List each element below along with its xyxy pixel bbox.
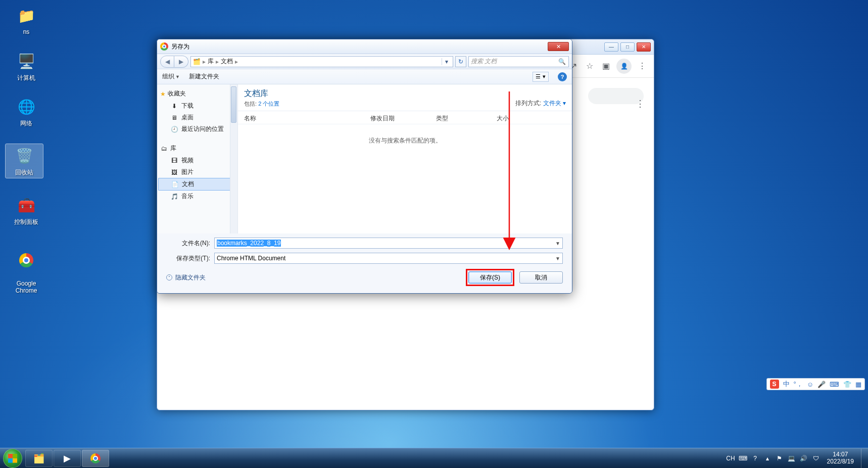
locations-link[interactable]: 2 个位置 <box>258 101 279 107</box>
tray-volume-icon[interactable]: 🔊 <box>800 454 808 462</box>
refresh-button[interactable]: ↻ <box>455 56 466 67</box>
profile-avatar-icon[interactable]: 👤 <box>616 59 632 74</box>
desktop-icon-label: 回收站 <box>6 168 43 177</box>
start-button[interactable] <box>3 449 22 468</box>
desktop-icon-label: Google Chrome <box>8 280 45 294</box>
help-button[interactable]: ? <box>558 72 567 81</box>
tray-network-icon[interactable]: 💻 <box>788 454 796 462</box>
breadcrumb-root[interactable]: 库 <box>208 57 214 66</box>
empty-message: 没有与搜索条件匹配的项。 <box>238 124 572 157</box>
desktop-icon-recycle-bin[interactable]: 🗑️ 回收站 <box>6 144 43 178</box>
filename-input[interactable]: bookmarks_2022_8_19 ▼ <box>214 238 563 249</box>
chrome-icon <box>16 250 37 271</box>
filetype-label: 保存类型(T): <box>166 254 214 263</box>
sidebar-item-music[interactable]: 🎵音乐 <box>157 191 237 202</box>
ime-mic-icon[interactable]: 🎤 <box>817 381 826 388</box>
dialog-close-button[interactable]: ✕ <box>548 42 569 51</box>
organize-menu[interactable]: 组织▼ <box>162 72 180 81</box>
reader-icon[interactable]: ▣ <box>600 61 611 72</box>
desktop-icon-control-panel[interactable]: 🧰 控制面板 <box>8 195 45 226</box>
taskbar-media-player[interactable]: ▶ <box>54 450 81 467</box>
sidebar-scrollbar[interactable] <box>230 84 237 233</box>
breadcrumb[interactable]: 🗂️ ▸ 库 ▸ 文档 ▸ ▾ <box>190 56 453 67</box>
filetype-value: Chrome HTML Document <box>217 255 285 262</box>
tray-clock[interactable]: 14:07 2022/8/19 <box>824 451 857 464</box>
desktop-icon-chrome[interactable]: Google Chrome <box>8 243 45 301</box>
control-panel-icon: 🧰 <box>16 195 37 216</box>
file-list-pane: 文档库 包括: 2 个位置 排列方式: 文件夹 ▾ 名称 修改日期 类型 大小 … <box>238 84 572 233</box>
column-name[interactable]: 名称 <box>244 114 370 123</box>
desktop-icon-computer[interactable]: 🖥️ 计算机 <box>8 51 45 82</box>
ime-skin-icon[interactable]: 👕 <box>843 381 851 388</box>
save-button[interactable]: 保存(S) <box>468 271 512 284</box>
close-button[interactable]: ✕ <box>637 42 651 52</box>
sidebar-item-recent[interactable]: 🕘最近访问的位置 <box>157 123 237 135</box>
tray-shield-icon[interactable]: 🛡 <box>812 454 820 462</box>
ime-toolbar[interactable]: S 中 °， ☺ 🎤 ⌨ 👕 ▦ <box>766 378 865 390</box>
star-icon: ★ <box>160 90 166 98</box>
video-icon: 🎞 <box>170 157 178 164</box>
column-headers[interactable]: 名称 修改日期 类型 大小 <box>238 111 572 124</box>
tray-ime-icon[interactable]: ⌨ <box>739 454 747 462</box>
search-placeholder: 搜索 文档 <box>471 57 497 66</box>
forward-button[interactable]: ▶ <box>174 56 188 68</box>
breadcrumb-dropdown[interactable]: ▾ <box>442 58 451 65</box>
page-menu-icon[interactable]: ⋮ <box>636 98 645 109</box>
tray-flag-icon[interactable]: ⚑ <box>776 454 784 462</box>
arrange-by[interactable]: 排列方式: 文件夹 ▾ <box>515 99 566 108</box>
filename-dropdown-icon[interactable]: ▼ <box>555 241 560 246</box>
sidebar-favorites-header[interactable]: ★收藏夹 <box>157 87 237 100</box>
sidebar-item-documents[interactable]: 📄文档 <box>158 178 236 191</box>
filetype-select[interactable]: Chrome HTML Document ▼ <box>214 253 563 264</box>
taskbar-chrome[interactable] <box>82 450 109 467</box>
annotation-highlight: 保存(S) <box>466 269 514 286</box>
maximize-button[interactable]: □ <box>620 42 635 52</box>
chevron-up-icon: ˄ <box>166 274 172 280</box>
cancel-button[interactable]: 取消 <box>519 271 563 284</box>
sidebar-item-pictures[interactable]: 🖼图片 <box>157 166 237 178</box>
bookmark-star-icon[interactable]: ☆ <box>584 61 595 72</box>
sidebar-item-videos[interactable]: 🎞视频 <box>157 155 237 166</box>
menu-kebab-icon[interactable]: ⋮ <box>637 61 648 72</box>
taskbar-explorer[interactable]: 🗂️ <box>25 450 53 467</box>
column-type[interactable]: 类型 <box>436 114 497 123</box>
breadcrumb-folder[interactable]: 文档 <box>221 57 233 66</box>
column-date[interactable]: 修改日期 <box>370 114 436 123</box>
hide-folders-toggle[interactable]: ˄ 隐藏文件夹 <box>166 273 206 282</box>
music-icon: 🎵 <box>170 193 178 200</box>
filename-label: 文件名(N): <box>166 239 214 248</box>
tray-lang[interactable]: CH <box>726 455 735 462</box>
dialog-titlebar[interactable]: 另存为 ✕ <box>157 39 572 54</box>
filetype-dropdown-icon[interactable]: ▼ <box>555 256 560 261</box>
sidebar-libraries-header[interactable]: 🗂库 <box>157 142 237 155</box>
desktop-icon-label: ns <box>8 28 45 35</box>
ime-emoji-icon[interactable]: ☺ <box>807 381 813 388</box>
tray-help-icon[interactable]: ? <box>751 454 759 462</box>
ime-menu-icon[interactable]: ▦ <box>855 381 861 388</box>
tray-chevron-icon[interactable]: ▴ <box>763 454 771 462</box>
chrome-icon <box>160 42 168 51</box>
ime-lang[interactable]: 中 <box>783 380 790 389</box>
desktop-icon-network[interactable]: 🌐 网络 <box>8 96 45 128</box>
taskbar[interactable]: 🗂️ ▶ CH ⌨ ? ▴ ⚑ 💻 🔊 🛡 14:07 2022/8/19 <box>0 448 868 468</box>
sidebar[interactable]: ★收藏夹 ⬇下载 🖥桌面 🕘最近访问的位置 🗂库 🎞视频 🖼图片 📄文档 🎵音乐 <box>157 84 238 233</box>
pane-subtitle: 包括: 2 个位置 <box>244 100 279 108</box>
sidebar-item-desktop[interactable]: 🖥桌面 <box>157 112 237 123</box>
minimize-button[interactable]: — <box>604 42 618 52</box>
desktop-icon-label: 控制面板 <box>8 218 45 226</box>
view-switch[interactable]: ☰ ▾ <box>533 72 549 82</box>
ime-keyboard-icon[interactable]: ⌨ <box>830 381 839 388</box>
desktop-icon-ns[interactable]: 📁 ns <box>8 5 45 35</box>
recycle-bin-icon: 🗑️ <box>14 145 35 166</box>
folder-icon: 📁 <box>16 5 37 26</box>
ime-punct-icon[interactable]: °， <box>794 380 803 389</box>
system-tray[interactable]: CH ⌨ ? ▴ ⚑ 💻 🔊 🛡 14:07 2022/8/19 <box>726 449 865 468</box>
back-button[interactable]: ◀ <box>160 56 174 68</box>
show-desktop-button[interactable] <box>861 449 865 468</box>
sidebar-item-downloads[interactable]: ⬇下载 <box>157 100 237 112</box>
recent-icon: 🕘 <box>170 126 178 133</box>
column-size[interactable]: 大小 <box>497 114 566 123</box>
new-folder-button[interactable]: 新建文件夹 <box>189 72 219 81</box>
computer-icon: 🖥️ <box>16 51 37 72</box>
search-input[interactable]: 搜索 文档 🔍 <box>468 56 569 67</box>
